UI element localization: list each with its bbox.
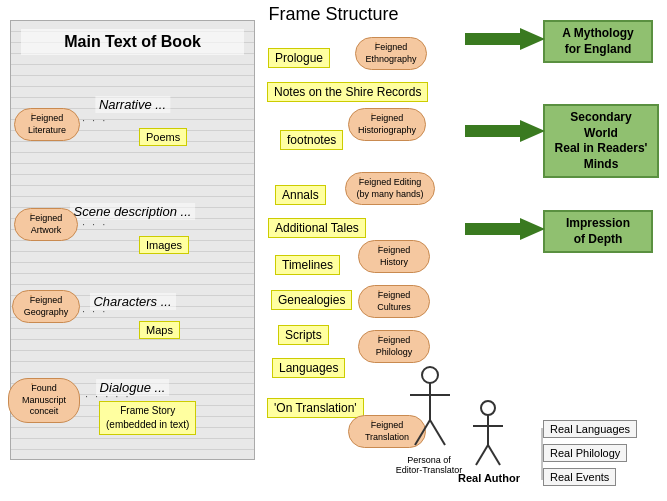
real-philology-box: Real Philology	[543, 444, 627, 462]
additional-tales-item: Additional Tales	[268, 218, 366, 238]
feigned-philology-cloud: FeignedPhilology	[358, 330, 430, 363]
feigned-cultures-cloud: FeignedCultures	[358, 285, 430, 318]
feigned-editing-cloud: Feigned Editing(by many hands)	[345, 172, 435, 205]
feigned-ethnography-cloud: FeignedEthnography	[355, 37, 427, 70]
svg-line-6	[415, 420, 430, 445]
scripts-item: Scripts	[278, 325, 329, 345]
dots-4: · · · · ·	[85, 390, 131, 402]
dots-timelines: · ·	[316, 262, 330, 272]
annals-item: Annals	[275, 185, 326, 205]
on-translation-item: 'On Translation'	[267, 398, 364, 418]
maps-item: Maps	[139, 321, 180, 339]
persona-label: Persona ofEditor-Translator	[393, 455, 465, 475]
dots-2: · · ·	[82, 218, 107, 230]
diagram: Frame Structure Main Text of Book Narrat…	[0, 0, 667, 501]
dots-3: · · ·	[82, 305, 107, 317]
dots-genealogies: ·	[325, 297, 330, 307]
dots-prologue: · ·	[310, 55, 324, 65]
svg-line-7	[430, 420, 445, 445]
genealogies-item: Genealogies	[271, 290, 352, 310]
dots-1: · · ·	[82, 114, 107, 126]
persona-figure	[405, 365, 455, 465]
images-item: Images	[139, 236, 189, 254]
feigned-historiography-cloud: FeignedHistoriography	[348, 108, 426, 141]
feigned-history-cloud: FeignedHistory	[358, 240, 430, 273]
real-languages-box: Real Languages	[543, 420, 637, 438]
frame-story-item: Frame Story (embedded in text)	[99, 401, 196, 435]
feigned-geography-cloud: FeignedGeography	[12, 290, 80, 323]
languages-item: Languages	[272, 358, 345, 378]
mythology-box: A Mythologyfor England	[543, 20, 653, 63]
feigned-literature-cloud: FeignedLiterature	[14, 108, 80, 141]
arrow-2	[465, 120, 545, 142]
impression-depth-box: Impressionof Depth	[543, 210, 653, 253]
real-author-figure	[468, 400, 508, 480]
svg-marker-0	[465, 28, 545, 50]
svg-marker-2	[465, 218, 545, 240]
real-author-label: Real Author	[458, 472, 520, 484]
dots-footnotes: · ·	[322, 137, 336, 147]
found-manuscript-cloud: FoundManuscriptconceit	[8, 378, 80, 423]
arrow-1	[465, 28, 545, 50]
feigned-artwork-cloud: FeignedArtwork	[14, 208, 78, 241]
svg-point-3	[422, 367, 438, 383]
dots-languages: ··	[320, 365, 329, 375]
bracket-line	[538, 428, 546, 480]
timelines-item: Timelines	[275, 255, 340, 275]
arrow-3	[465, 218, 545, 240]
book-title: Main Text of Book	[21, 29, 244, 55]
poems-item: Poems	[139, 128, 187, 146]
svg-line-12	[488, 445, 500, 465]
svg-marker-1	[465, 120, 545, 142]
shire-records-item: Notes on the Shire Records	[267, 82, 428, 102]
svg-line-11	[476, 445, 488, 465]
secondary-world-box: Secondary WorldReal in Readers'Minds	[543, 104, 659, 178]
real-events-box: Real Events	[543, 468, 616, 486]
narrative-section: Narrative ...	[95, 96, 170, 113]
svg-point-8	[481, 401, 495, 415]
